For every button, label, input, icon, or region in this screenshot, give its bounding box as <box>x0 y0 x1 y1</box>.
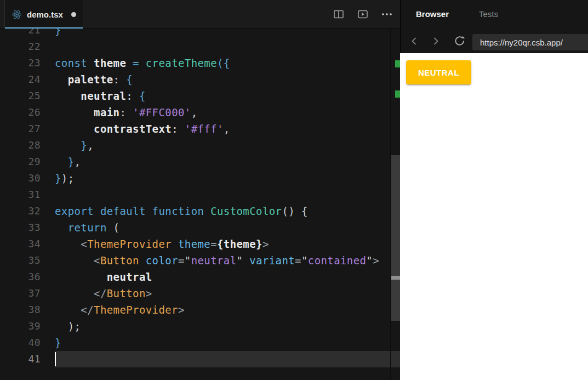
line-number[interactable]: 35 <box>0 252 41 269</box>
code-text: return ( <box>41 219 119 236</box>
code-area[interactable]: 21}2223const theme = createTheme({24 pal… <box>0 29 400 380</box>
code-text: main: '#FFC000', <box>41 104 198 121</box>
code-text: <Button color="neutral" variant="contain… <box>41 252 379 269</box>
code-line[interactable]: 22 <box>0 38 400 55</box>
code-line[interactable]: 41 <box>0 351 400 367</box>
code-lines: 21}2223const theme = createTheme({24 pal… <box>0 29 400 367</box>
code-text: }); <box>41 170 75 186</box>
line-number[interactable]: 33 <box>0 219 41 236</box>
code-line[interactable]: 37 </Button> <box>0 285 400 302</box>
code-line[interactable]: 23const theme = createTheme({ <box>0 55 400 71</box>
code-text: } <box>41 29 61 38</box>
run-icon[interactable] <box>357 9 368 19</box>
line-number[interactable]: 26 <box>0 104 41 121</box>
code-text: contrastText: '#fff', <box>41 121 230 137</box>
codesandbox-window: demo.tsx <box>0 0 588 380</box>
react-icon <box>12 9 22 20</box>
code-line[interactable]: 21} <box>0 29 400 38</box>
back-icon[interactable] <box>410 36 418 46</box>
line-number[interactable]: 30 <box>0 170 41 186</box>
code-text: }, <box>41 137 94 154</box>
more-icon[interactable] <box>381 13 392 16</box>
line-number[interactable]: 37 <box>0 285 41 302</box>
code-text <box>41 38 55 55</box>
code-line[interactable]: 34 <ThemeProvider theme={theme}> <box>0 236 400 252</box>
reload-icon[interactable] <box>454 35 465 47</box>
split-view-icon[interactable] <box>333 9 344 19</box>
unsaved-changes-dot <box>71 12 76 17</box>
tab-tests[interactable]: Tests <box>479 9 498 19</box>
code-text: </ThemeProvider> <box>41 302 185 318</box>
code-line[interactable]: 26 main: '#FFC000', <box>0 104 400 121</box>
code-editor: demo.tsx <box>0 0 400 380</box>
code-text: ); <box>41 318 81 334</box>
code-text: export default function CustomColor() { <box>41 203 308 219</box>
line-number[interactable]: 22 <box>0 38 41 55</box>
line-number[interactable]: 25 <box>0 88 41 104</box>
code-line[interactable]: 28 }, <box>0 137 400 154</box>
code-text: palette: { <box>41 71 133 88</box>
line-number[interactable]: 27 <box>0 121 41 137</box>
code-text <box>41 186 55 203</box>
browser-panel: Browser Tests NEUTRAL <box>400 0 588 380</box>
ruler-cursor-mark <box>391 276 400 280</box>
code-line[interactable]: 25 neutral: { <box>0 88 400 104</box>
code-text <box>41 351 55 367</box>
code-text: <ThemeProvider theme={theme}> <box>41 236 269 252</box>
code-text: neutral: { <box>41 88 146 104</box>
code-line[interactable]: 31 <box>0 186 400 203</box>
line-number[interactable]: 24 <box>0 71 41 88</box>
line-number[interactable]: 41 <box>0 351 41 367</box>
code-line[interactable]: 33 return ( <box>0 219 400 236</box>
line-number[interactable]: 36 <box>0 269 41 285</box>
text-cursor <box>55 352 56 366</box>
editor-tab-bar: demo.tsx <box>0 0 400 29</box>
neutral-button[interactable]: NEUTRAL <box>406 60 471 84</box>
scrollbar-thumb[interactable] <box>391 155 400 321</box>
code-text: } <box>41 334 61 351</box>
code-line[interactable]: 30}); <box>0 170 400 186</box>
code-line[interactable]: 24 palette: { <box>0 71 400 88</box>
overview-ruler[interactable] <box>390 29 400 380</box>
code-line[interactable]: 36 neutral <box>0 269 400 285</box>
editor-actions <box>333 0 392 29</box>
line-number[interactable]: 28 <box>0 137 41 154</box>
git-added-mark <box>395 60 400 67</box>
code-line[interactable]: 38 </ThemeProvider> <box>0 302 400 318</box>
line-number[interactable]: 32 <box>0 203 41 219</box>
browser-panel-header: Browser Tests <box>400 0 588 53</box>
code-text: neutral <box>41 269 152 285</box>
code-line[interactable]: 27 contrastText: '#fff', <box>0 121 400 137</box>
code-line[interactable]: 35 <Button color="neutral" variant="cont… <box>0 252 400 269</box>
browser-preview: NEUTRAL <box>400 53 588 380</box>
code-line[interactable]: 29 }, <box>0 154 400 170</box>
code-line[interactable]: 39 ); <box>0 318 400 334</box>
code-text: const theme = createTheme({ <box>41 55 230 71</box>
editor-tab-demo-tsx[interactable]: demo.tsx <box>4 0 83 29</box>
line-number[interactable]: 39 <box>0 318 41 334</box>
code-line[interactable]: 40} <box>0 334 400 351</box>
code-text: }, <box>41 154 81 170</box>
code-line[interactable]: 32export default function CustomColor() … <box>0 203 400 219</box>
line-number[interactable]: 21 <box>0 29 41 38</box>
line-number[interactable]: 38 <box>0 302 41 318</box>
line-number[interactable]: 29 <box>0 154 41 170</box>
line-number[interactable]: 34 <box>0 236 41 252</box>
tab-filename: demo.tsx <box>27 10 63 19</box>
line-number[interactable]: 23 <box>0 55 41 71</box>
line-number[interactable]: 31 <box>0 186 41 203</box>
code-text: </Button> <box>41 285 152 302</box>
git-added-mark <box>395 90 400 98</box>
line-number[interactable]: 40 <box>0 334 41 351</box>
url-input[interactable] <box>472 34 588 50</box>
forward-icon[interactable] <box>432 36 439 46</box>
tab-browser[interactable]: Browser <box>416 9 449 19</box>
